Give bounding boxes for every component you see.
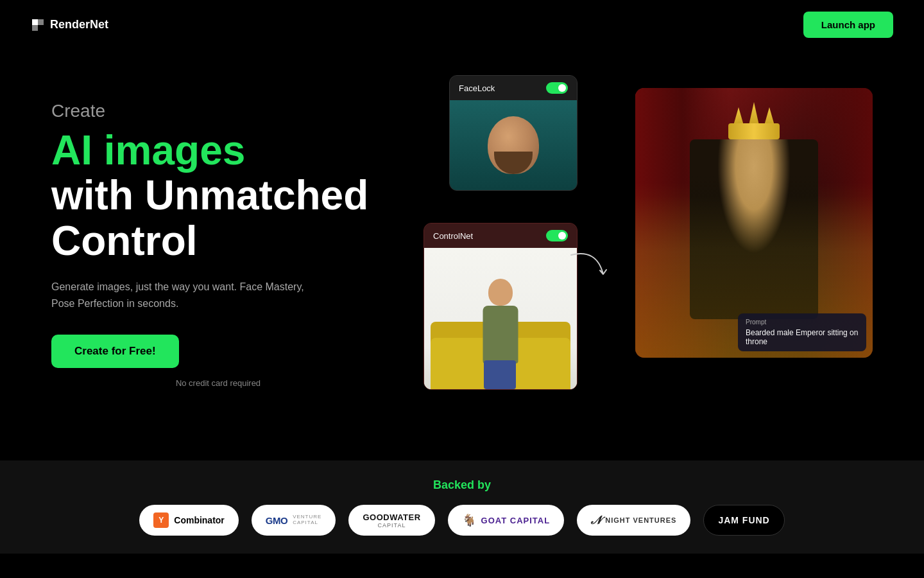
facelock-image — [450, 100, 577, 190]
goat-label: GOAT CAPITAL — [481, 516, 551, 525]
person-body — [483, 306, 518, 363]
logo-text: RenderNet — [50, 18, 108, 31]
controlnet-header: ControlNet — [424, 223, 577, 248]
backers-row: Y Combinator GMO VENTURE CAPITAL GOODWAT… — [139, 505, 784, 536]
svg-rect-1 — [38, 19, 44, 25]
yc-logo-icon: Y — [153, 512, 169, 528]
king-scene: Prompt Bearded male Emperor sitting on t… — [635, 88, 873, 358]
night-label: NIGHT VENTURES — [605, 516, 676, 524]
face-illustration — [488, 116, 539, 174]
backed-title: Backed by — [433, 478, 491, 492]
backer-gmo: GMO VENTURE CAPITAL — [252, 505, 336, 536]
jam-label: JAM FUND — [718, 515, 769, 525]
goat-icon: 🐐 — [462, 513, 476, 527]
facelock-title: FaceLock — [459, 83, 495, 93]
svg-rect-0 — [32, 19, 38, 25]
hero-section: Create AI images with Unmatched Control … — [0, 49, 924, 460]
controlnet-toggle[interactable] — [546, 230, 568, 241]
navbar: RenderNet Launch app — [0, 0, 924, 49]
logo-icon — [31, 18, 45, 32]
create-free-button[interactable]: Create for Free! — [51, 335, 179, 368]
gmo-label: GMO — [266, 515, 287, 526]
yc-label: Combinator — [174, 515, 225, 525]
main-generated-image: Prompt Bearded male Emperor sitting on t… — [635, 88, 873, 358]
backer-night: 𝒩 NIGHT VENTURES — [577, 505, 690, 536]
hero-title-green: AI images — [51, 128, 385, 173]
backer-goat: 🐐 GOAT CAPITAL — [448, 505, 565, 536]
gmo-sub2: CAPITAL — [293, 520, 321, 526]
person-legs — [484, 360, 516, 389]
controlnet-card: ControlNet — [424, 223, 578, 390]
sofa-scene — [424, 248, 577, 389]
face-beard — [494, 152, 533, 174]
hero-left: Create AI images with Unmatched Control … — [51, 75, 385, 388]
facelock-header: FaceLock — [450, 76, 577, 100]
backer-goodwater: GOODWATER CAPITAL — [348, 505, 434, 536]
arrow-icon — [565, 242, 616, 293]
person-head — [488, 279, 513, 306]
prompt-label: Prompt — [746, 319, 859, 326]
facelock-card: FaceLock — [449, 75, 578, 191]
hero-create-label: Create — [51, 101, 385, 121]
svg-rect-2 — [32, 25, 38, 31]
goodwater-sub: CAPITAL — [378, 522, 406, 529]
goodwater-label: GOODWATER — [363, 512, 420, 522]
backer-jam: JAM FUND — [703, 505, 784, 536]
night-n-icon: 𝒩 — [591, 514, 600, 527]
prompt-bubble: Prompt Bearded male Emperor sitting on t… — [738, 313, 866, 351]
backer-yc: Y Combinator — [139, 505, 239, 536]
no-card-label: No credit card required — [51, 378, 385, 388]
launch-app-button[interactable]: Launch app — [803, 12, 893, 38]
hero-description: Generate images, just the way you want. … — [51, 279, 321, 311]
facelock-toggle[interactable] — [546, 82, 568, 94]
hero-right: FaceLock ControlNet — [385, 75, 873, 460]
logo: RenderNet — [31, 18, 108, 32]
hero-title-white: with Unmatched Control — [51, 173, 385, 263]
backed-section: Backed by Y Combinator GMO VENTURE CAPIT… — [0, 460, 924, 554]
controlnet-title: ControlNet — [433, 231, 473, 241]
controlnet-image — [424, 248, 577, 389]
prompt-text: Bearded male Emperor sitting on throne — [746, 328, 859, 346]
